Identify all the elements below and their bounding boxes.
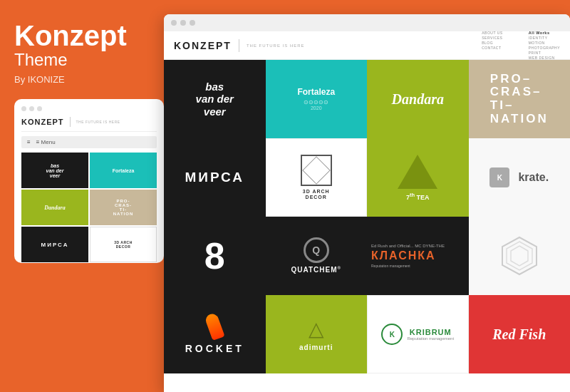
mobile-header: KONZEPT THE FUTURE IS HERE	[21, 117, 157, 132]
kribrum-circle-text: K	[390, 331, 395, 339]
nav-allworks[interactable]: All Works	[529, 31, 560, 35]
nav-links: ABOUT US SERVICES BLOG CONTACT All Works…	[482, 31, 560, 60]
nav-identity[interactable]: IDENTITY	[529, 36, 560, 40]
mobile-cell-text-3darch: 3D ARCHDECOR	[114, 240, 133, 249]
cell-text-basvander: basvan derveer	[196, 81, 234, 118]
nav-services[interactable]: SERVICES	[482, 36, 502, 40]
grid-cell-basvander[interactable]: basvan derveer	[164, 60, 266, 138]
kribrum-subtitle: Reputation management	[407, 336, 454, 341]
grid-cell-8logo[interactable]: 8	[164, 217, 266, 295]
svg-marker-0	[502, 237, 537, 274]
krate-icon-label: K	[497, 174, 502, 182]
3darch-logo	[301, 155, 332, 186]
rocket-flame	[204, 312, 225, 341]
cell-text-3darch: 3D ARCHDECOR	[303, 189, 330, 200]
grid-cell-klasnka[interactable]: Ed Rush and Official... MC DYNE-THE КЛАС…	[367, 217, 469, 295]
cell-text-krate: krate.	[518, 171, 549, 184]
kribrum-logo-container: K	[381, 324, 403, 345]
klasnka-extra: Reputation management	[371, 264, 410, 268]
mobile-mockup: KONZEPT THE FUTURE IS HERE ≡ ≡ Menu basv…	[14, 99, 164, 263]
quatchem-q: Q	[312, 244, 320, 256]
grid-cell-kribrum[interactable]: K KRIBRUM Reputation management	[367, 295, 469, 373]
cell-text-redfish: Red Fish	[492, 326, 546, 342]
desktop-mockup: KONZEPT THE FUTURE IS HERE ABOUT US SERV…	[164, 14, 570, 392]
grid-cell-tea[interactable]: 7th TEA	[367, 138, 469, 217]
grid-cell-adimurti[interactable]: △ adimurti	[266, 295, 368, 373]
mobile-nav-divider	[70, 117, 71, 127]
nav-blog[interactable]: BLOG	[482, 41, 502, 45]
dot-3	[37, 106, 42, 111]
cell-text-fortaleza: Fortaleza	[297, 88, 335, 97]
mobile-cell-text-procras: PRO-CRAS-TI-NATION	[113, 199, 134, 216]
titlebar-dot-2	[180, 20, 186, 26]
nav-print[interactable]: PRINT	[529, 51, 560, 55]
cell-text-adimurti: adimurti	[299, 344, 333, 351]
titlebar-dot-1	[171, 20, 177, 26]
grid-cell-dandara[interactable]: Dandara	[367, 60, 469, 138]
grid-cell-rocket[interactable]: ROCKET	[164, 295, 266, 373]
tea-triangle	[398, 155, 437, 189]
mobile-cell-basvander: basvan derveer	[21, 153, 88, 188]
desktop-grid: basvan derveer Fortaleza ⊙⊙⊙⊙⊙ 2020 Dand…	[164, 60, 570, 373]
krate-icon: K	[489, 167, 509, 187]
nav-motion[interactable]: MOTION	[529, 41, 560, 45]
mobile-menu-button[interactable]: ≡ ≡ Menu	[21, 136, 157, 148]
left-panel: Konzept Theme By IKONIZE KONZEPT THE FUT…	[0, 0, 178, 392]
mobile-cell-dandara: Dandara	[21, 190, 88, 225]
svg-marker-2	[511, 246, 528, 266]
brand-title: Konzept	[14, 21, 164, 50]
cell-text-quatchem: QUATCHEM®	[291, 266, 341, 274]
mobile-tagline: THE FUTURE IS HERE	[76, 120, 120, 124]
desktop-tagline: THE FUTURE IS HERE	[247, 43, 482, 48]
grid-cell-redfish[interactable]: Red Fish	[469, 295, 571, 373]
desktop-nav-divider	[239, 39, 239, 52]
cell-text-rocket: ROCKET	[185, 344, 244, 354]
hex-logo	[498, 234, 541, 277]
desktop-nav: KONZEPT THE FUTURE IS HERE ABOUT US SERV…	[164, 31, 570, 60]
brand-subtitle: Theme	[14, 50, 164, 70]
cell-text-8logo: 8	[204, 237, 225, 274]
grid-cell-fortaleza[interactable]: Fortaleza ⊙⊙⊙⊙⊙ 2020	[266, 60, 368, 138]
mobile-cell-3darch: 3D ARCHDECOR	[90, 227, 157, 262]
mobile-cell-text-dandara: Dandara	[44, 205, 65, 211]
nav-links-right: All Works IDENTITY MOTION PHOTOGRAPHY PR…	[529, 31, 560, 60]
mobile-cell-text-mirca: МИРСА	[41, 242, 69, 248]
nav-about[interactable]: ABOUT US	[482, 31, 502, 35]
kribrum-circle: K	[381, 324, 403, 345]
nav-links-left: ABOUT US SERVICES BLOG CONTACT	[482, 31, 502, 60]
nav-contact[interactable]: CONTACT	[482, 46, 502, 50]
mobile-cell-text-basvander: basvan derveer	[46, 163, 64, 178]
mobile-cell-mirca: МИРСА	[21, 227, 88, 262]
quatchem-logo: Q	[304, 237, 329, 263]
cell-text-tea: 7th TEA	[406, 192, 430, 201]
grid-cell-3darch[interactable]: 3D ARCHDECOR	[266, 138, 368, 217]
kribrum-text-group: KRIBRUM Reputation management	[407, 328, 454, 341]
menu-label: ≡ Menu	[36, 139, 56, 145]
grid-cell-quatchem[interactable]: Q QUATCHEM®	[266, 217, 368, 295]
mobile-cell-fortaleza: Fortaleza	[90, 153, 157, 188]
titlebar-dot-3	[190, 20, 195, 26]
dot-1	[21, 106, 26, 111]
brand-by: By IKONIZE	[14, 74, 164, 85]
grid-cell-hex[interactable]	[469, 217, 571, 295]
mobile-logo: KONZEPT	[21, 118, 64, 126]
grid-cell-krate[interactable]: K krate.	[469, 138, 571, 217]
fortaleza-rings: ⊙⊙⊙⊙⊙	[304, 99, 328, 105]
nav-photography[interactable]: PHOTOGRAPHY	[529, 46, 560, 50]
dot-2	[29, 106, 34, 111]
mobile-titlebar-dots	[21, 106, 157, 111]
cell-text-dandara: Dandara	[392, 91, 444, 107]
cell-text-mirca: МИРСА	[185, 170, 244, 185]
grid-cell-procras[interactable]: PRO–CRAS–TI–NATION	[469, 60, 571, 138]
mobile-grid: basvan derveer Fortaleza Dandara PRO-CRA…	[21, 153, 157, 262]
cell-text-kribrum: KRIBRUM	[407, 328, 454, 336]
desktop-titlebar	[164, 14, 570, 31]
fortaleza-year: 2020	[311, 105, 322, 110]
cell-text-procras: PRO–CRAS–TI–NATION	[483, 66, 556, 133]
desktop-logo: KONZEPT	[174, 40, 232, 51]
cell-text-klasnka: КЛАСНКА	[371, 249, 436, 262]
grid-cell-mirca[interactable]: МИРСА	[164, 138, 266, 217]
menu-icon: ≡	[27, 139, 31, 145]
klasnka-subtitle: Ed Rush and Official... MC DYNE-THE	[371, 244, 445, 248]
3darch-inner-diamond	[302, 157, 331, 185]
